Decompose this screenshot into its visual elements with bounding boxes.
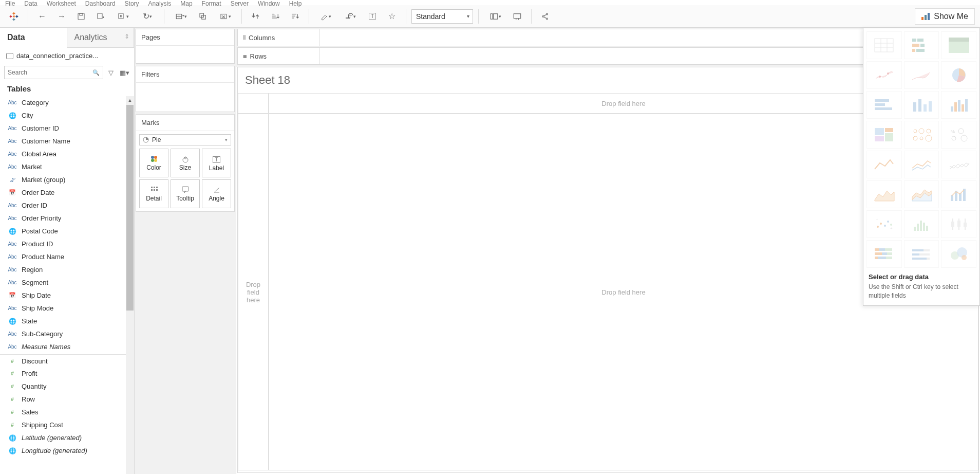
show-hide-cards-button[interactable]: ▾: [484, 9, 506, 24]
field-customer-id[interactable]: AbcCustomer ID: [0, 122, 134, 135]
show-me-chart-5[interactable]: [941, 61, 976, 89]
redo-button[interactable]: →: [53, 9, 70, 24]
show-me-chart-13[interactable]: [904, 151, 939, 178]
field-global-area[interactable]: AbcGlobal Area: [0, 148, 134, 160]
show-me-chart-0[interactable]: [866, 31, 902, 59]
field-city[interactable]: City: [0, 109, 134, 122]
menu-window[interactable]: Window: [258, 0, 280, 7]
duplicate-button[interactable]: [194, 9, 212, 24]
sort-asc-button[interactable]: [267, 9, 284, 24]
field-segment[interactable]: AbcSegment: [0, 276, 134, 289]
field-quantity[interactable]: #Quantity: [0, 380, 134, 393]
show-me-button[interactable]: Show Me: [915, 8, 975, 25]
field-list[interactable]: AbcCategoryCityAbcCustomer IDAbcCustomer…: [0, 96, 134, 474]
show-me-chart-21[interactable]: [866, 240, 902, 268]
show-me-chart-11[interactable]: %: [941, 121, 976, 149]
search-input[interactable]: [4, 66, 103, 79]
menu-format[interactable]: Format: [202, 0, 221, 7]
tab-analytics[interactable]: Analytics: [67, 28, 135, 47]
drop-rows-zone[interactable]: Drop field here: [238, 114, 269, 470]
field-sub-category[interactable]: AbcSub-Category: [0, 327, 134, 340]
show-me-chart-22[interactable]: [904, 240, 939, 268]
scrollbar[interactable]: ▲: [126, 96, 134, 474]
save-button[interactable]: [72, 9, 90, 24]
show-me-chart-20[interactable]: [941, 210, 976, 238]
show-me-chart-23[interactable]: [941, 240, 976, 268]
field-sales[interactable]: #Sales: [0, 406, 134, 418]
marks-tooltip[interactable]: Tooltip: [171, 179, 200, 208]
field-measure-names[interactable]: AbcMeasure Names: [0, 340, 134, 353]
marks-angle[interactable]: Angle: [202, 179, 231, 208]
menu-file[interactable]: File: [5, 0, 15, 7]
field-latitude-generated-[interactable]: Latitude (generated): [0, 431, 134, 444]
data-source-item[interactable]: data_connection_practice...: [0, 48, 134, 64]
field-order-id[interactable]: AbcOrder ID: [0, 199, 134, 212]
marks-size[interactable]: Size: [171, 149, 200, 177]
new-worksheet-button[interactable]: ▾: [169, 9, 192, 24]
menu-server[interactable]: Server: [231, 0, 249, 7]
show-me-chart-19[interactable]: [904, 210, 939, 238]
pages-shelf[interactable]: Pages: [136, 29, 235, 64]
field-ship-mode[interactable]: AbcShip Mode: [0, 302, 134, 315]
show-me-chart-8[interactable]: [941, 91, 976, 119]
new-data-source-button[interactable]: [92, 9, 109, 24]
fit-select[interactable]: Standard: [411, 9, 473, 24]
menu-analysis[interactable]: Analysis: [148, 0, 172, 7]
presentation-mode-button[interactable]: [508, 9, 526, 24]
show-me-chart-16[interactable]: [904, 180, 939, 208]
scrollbar-thumb[interactable]: [126, 105, 134, 311]
filters-shelf[interactable]: Filters: [136, 66, 235, 112]
show-me-chart-18[interactable]: ++: [866, 210, 902, 238]
view-options-icon[interactable]: ▦▾: [119, 67, 130, 78]
show-me-chart-12[interactable]: [866, 151, 902, 178]
share-button[interactable]: [537, 9, 554, 24]
show-me-chart-7[interactable]: [904, 91, 939, 119]
field-order-priority[interactable]: AbcOrder Priority: [0, 212, 134, 225]
menu-map[interactable]: Map: [180, 0, 192, 7]
refresh-button[interactable]: ↻ ▾: [136, 9, 159, 24]
marks-detail[interactable]: Detail: [139, 179, 168, 208]
pin-button[interactable]: ☆: [383, 9, 401, 24]
show-me-chart-14[interactable]: [941, 151, 976, 178]
field-state[interactable]: State: [0, 315, 134, 327]
field-market[interactable]: AbcMarket: [0, 160, 134, 173]
clear-button[interactable]: ▾: [214, 9, 236, 24]
show-me-chart-15[interactable]: [866, 180, 902, 208]
group-button[interactable]: 🖇 ▾: [339, 9, 362, 24]
tableau-logo-icon[interactable]: [5, 9, 23, 24]
field-order-date[interactable]: Order Date: [0, 186, 134, 199]
swap-button[interactable]: [247, 9, 265, 24]
show-mark-labels-button[interactable]: T: [364, 9, 381, 24]
show-me-chart-9[interactable]: [866, 121, 902, 149]
menu-worksheet[interactable]: Worksheet: [47, 0, 76, 7]
marks-color[interactable]: Color: [139, 149, 168, 177]
menu-data[interactable]: Data: [24, 0, 37, 7]
menu-dashboard[interactable]: Dashboard: [85, 0, 116, 7]
show-me-chart-4[interactable]: [904, 61, 939, 89]
undo-button[interactable]: ←: [33, 9, 51, 24]
field-ship-date[interactable]: Ship Date: [0, 289, 134, 302]
show-me-chart-3[interactable]: [866, 61, 902, 89]
field-market-group-[interactable]: Market (group): [0, 173, 134, 186]
show-me-chart-6[interactable]: [866, 91, 902, 119]
field-shipping-cost[interactable]: #Shipping Cost: [0, 418, 134, 431]
field-product-id[interactable]: AbcProduct ID: [0, 238, 134, 250]
show-me-chart-1[interactable]: [904, 31, 939, 59]
show-me-chart-2[interactable]: [941, 31, 976, 59]
menu-help[interactable]: Help: [289, 0, 302, 7]
sort-desc-button[interactable]: [286, 9, 304, 24]
highlight-button[interactable]: ▾: [314, 9, 337, 24]
field-customer-name[interactable]: AbcCustomer Name: [0, 135, 134, 148]
menu-story[interactable]: Story: [125, 0, 139, 7]
tab-data[interactable]: Data: [0, 28, 67, 48]
field-longitude-generated-[interactable]: Longitude (generated): [0, 444, 134, 457]
field-profit[interactable]: #Profit: [0, 367, 134, 380]
pause-auto-updates-button[interactable]: ▾: [111, 9, 134, 24]
show-me-chart-17[interactable]: [941, 180, 976, 208]
marks-label[interactable]: TLabel: [202, 149, 231, 177]
show-me-chart-10[interactable]: [904, 121, 939, 149]
field-product-name[interactable]: AbcProduct Name: [0, 250, 134, 263]
field-postal-code[interactable]: Postal Code: [0, 225, 134, 238]
filter-icon[interactable]: ▽: [105, 67, 117, 78]
field-category[interactable]: AbcCategory: [0, 96, 134, 109]
